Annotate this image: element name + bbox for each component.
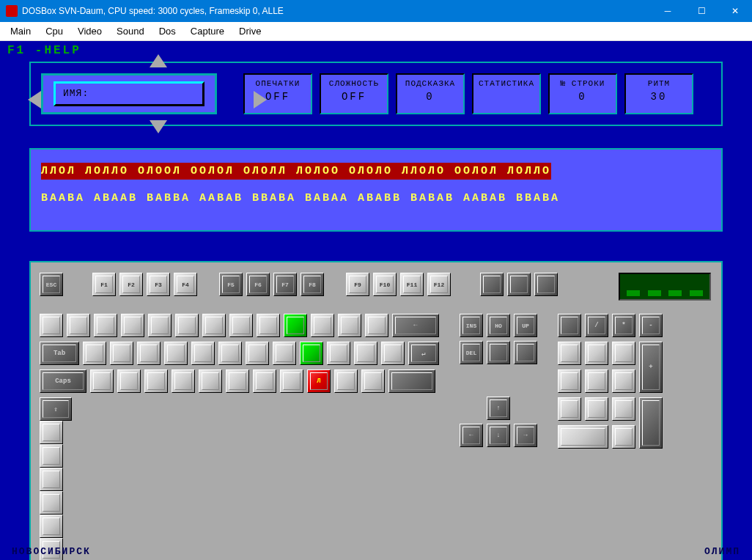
key-d[interactable]: [144, 369, 168, 393]
key-l-highlight[interactable]: Л: [307, 369, 331, 393]
key-j[interactable]: [253, 369, 276, 393]
key-s[interactable]: [117, 369, 141, 393]
key-c[interactable]: [40, 491, 63, 515]
key-numlock[interactable]: [558, 314, 581, 337]
stat-rhythm[interactable]: РИТМ 30: [624, 73, 693, 114]
stat-statistics[interactable]: СТАТИСТИКА: [472, 73, 541, 114]
key-f1[interactable]: F1: [92, 273, 116, 296]
arrow-right-icon[interactable]: [254, 91, 267, 108]
key-num3[interactable]: [612, 397, 635, 421]
key-arrow-up[interactable]: ↑: [487, 397, 510, 420]
key-a[interactable]: [90, 369, 114, 393]
key-tab[interactable]: Tab: [40, 342, 79, 365]
key-2[interactable]: [94, 314, 117, 337]
key-num1[interactable]: [558, 397, 581, 421]
key-scrolllock[interactable]: [507, 273, 531, 296]
key-f6[interactable]: F6: [246, 273, 270, 296]
menu-drive[interactable]: Drive: [232, 23, 268, 39]
key-enter-top[interactable]: ↵: [408, 342, 439, 365]
key-1[interactable]: [67, 314, 90, 337]
key-numdot[interactable]: [612, 425, 635, 449]
key-backtick[interactable]: [40, 314, 63, 337]
key-q[interactable]: [83, 342, 106, 365]
menu-main[interactable]: Main: [3, 23, 38, 39]
key-backspace[interactable]: ←: [392, 314, 439, 337]
key-num9[interactable]: [612, 342, 635, 365]
key-f12[interactable]: F12: [427, 273, 451, 296]
maximize-button[interactable]: ☐: [685, 0, 718, 22]
key-v[interactable]: [40, 515, 63, 538]
arrow-up-icon[interactable]: [150, 54, 167, 67]
key-p[interactable]: [327, 342, 350, 365]
key-lbracket[interactable]: [354, 342, 377, 365]
key-f5[interactable]: F5: [219, 273, 243, 296]
key-6[interactable]: [202, 314, 226, 337]
key-f[interactable]: [172, 369, 195, 393]
key-y[interactable]: [218, 342, 242, 365]
key-f10[interactable]: F10: [373, 273, 397, 296]
key-x[interactable]: [40, 468, 63, 491]
key-5[interactable]: [175, 314, 199, 337]
key-0[interactable]: [311, 314, 334, 337]
key-7[interactable]: [229, 314, 253, 337]
key-4[interactable]: [148, 314, 172, 337]
key-o[interactable]: [300, 342, 323, 365]
arrow-left-icon[interactable]: [28, 91, 41, 108]
key-i[interactable]: [273, 342, 296, 365]
key-printscr[interactable]: [480, 273, 504, 296]
key-f7[interactable]: F7: [273, 273, 297, 296]
key-minus[interactable]: [338, 314, 361, 337]
key-arrow-left[interactable]: ←: [460, 424, 483, 447]
menu-capture[interactable]: Capture: [183, 23, 232, 39]
stat-line-no[interactable]: № СТРОКИ 0: [548, 73, 617, 114]
key-semicolon[interactable]: [334, 369, 358, 393]
key-numminus[interactable]: -: [639, 314, 663, 337]
key-f11[interactable]: F11: [400, 273, 424, 296]
key-t[interactable]: [191, 342, 215, 365]
key-f3[interactable]: F3: [147, 273, 170, 296]
key-num0[interactable]: [558, 425, 608, 449]
key-h[interactable]: [226, 369, 249, 393]
arrow-down-icon[interactable]: [150, 120, 167, 133]
minimize-button[interactable]: ─: [651, 0, 685, 22]
key-arrow-right[interactable]: →: [514, 424, 537, 447]
stat-hint[interactable]: ПОДСКАЗКА 0: [396, 73, 465, 114]
key-home[interactable]: HO: [487, 314, 510, 337]
key-numplus[interactable]: +: [639, 342, 663, 393]
key-numdiv[interactable]: /: [585, 314, 608, 337]
key-num6[interactable]: [612, 369, 635, 393]
key-r[interactable]: [164, 342, 188, 365]
key-w[interactable]: [110, 342, 133, 365]
key-ins[interactable]: INS: [460, 314, 483, 337]
key-pause[interactable]: [534, 273, 558, 296]
key-backslash[interactable]: [40, 421, 63, 444]
key-3[interactable]: [121, 314, 144, 337]
key-8[interactable]: [257, 314, 280, 337]
key-arrow-down[interactable]: ↓: [487, 424, 510, 447]
stat-difficulty[interactable]: СЛОЖНОСТЬ OFF: [320, 73, 388, 114]
key-equals[interactable]: [365, 314, 388, 337]
key-lshift[interactable]: ⇧: [40, 397, 72, 421]
menu-sound[interactable]: Sound: [109, 23, 152, 39]
key-num2[interactable]: [585, 397, 608, 421]
key-numenter[interactable]: [639, 397, 663, 449]
key-z[interactable]: [40, 444, 63, 468]
key-e[interactable]: [137, 342, 161, 365]
key-f9[interactable]: F9: [346, 273, 369, 296]
key-k[interactable]: [280, 369, 303, 393]
key-f2[interactable]: F2: [119, 273, 143, 296]
menu-video[interactable]: Video: [70, 23, 109, 39]
key-caps[interactable]: Caps: [40, 369, 86, 393]
key-del[interactable]: DEL: [460, 341, 483, 364]
key-end[interactable]: [487, 341, 510, 364]
key-enter[interactable]: [388, 369, 435, 393]
key-f4[interactable]: F4: [174, 273, 197, 296]
key-f8[interactable]: F8: [301, 273, 324, 296]
key-num7[interactable]: [558, 342, 581, 365]
close-button[interactable]: ✕: [718, 0, 752, 22]
menu-dos[interactable]: Dos: [152, 23, 183, 39]
key-num5[interactable]: [585, 369, 608, 393]
key-esc[interactable]: ESC: [40, 273, 63, 296]
key-g[interactable]: [199, 369, 222, 393]
menu-cpu[interactable]: Cpu: [38, 23, 70, 39]
